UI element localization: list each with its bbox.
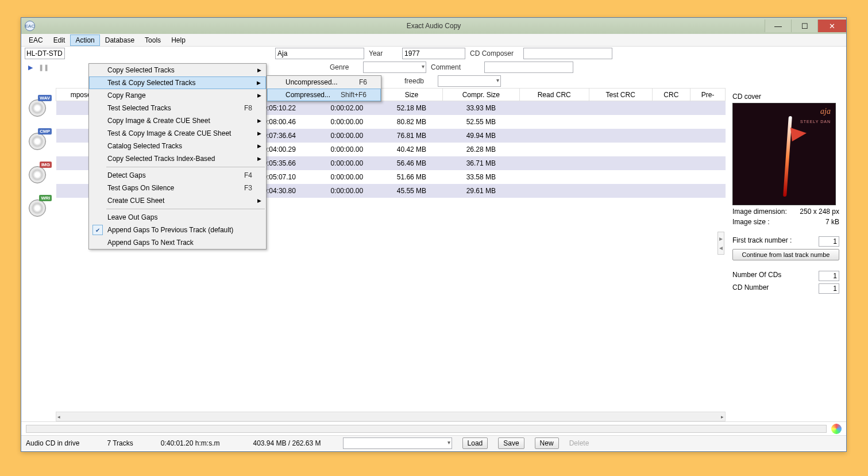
continue-numbering-button[interactable]: Continue from last track numbe xyxy=(732,249,839,260)
year-label: Year xyxy=(369,49,398,57)
column-header[interactable]: Compr. Size xyxy=(442,89,519,101)
genre-combo[interactable] xyxy=(363,62,426,73)
image-dim-label: Image dimension: xyxy=(732,208,787,216)
status-drive: Audio CD in drive xyxy=(26,439,79,447)
menu-item[interactable]: Copy Selected Tracks▶ xyxy=(89,64,266,76)
progress-bar[interactable] xyxy=(26,425,827,433)
app-icon: EAC xyxy=(25,21,35,31)
status-size: 403.94 MB / 262.63 M xyxy=(253,439,321,447)
column-header[interactable]: CRC xyxy=(652,89,690,101)
cover-artist: STEELY DAN xyxy=(800,120,831,124)
sidebar-wri-icon[interactable]: WRI xyxy=(25,195,52,218)
status-tracks: 7 Tracks xyxy=(107,439,133,447)
status-bar: Audio CD in drive 7 Tracks 0:40:01.20 h:… xyxy=(21,435,846,450)
shortcut-label: F6 xyxy=(359,78,367,86)
genre-label: Genre xyxy=(330,63,358,71)
menu-item[interactable]: Uncompressed...F6 xyxy=(267,76,381,89)
window-title: Exact Audio Copy xyxy=(407,22,461,30)
menu-item[interactable]: Test & Copy Selected Tracks▶ xyxy=(89,76,266,89)
new-button[interactable]: New xyxy=(535,437,559,449)
menubar: EACEditActionDatabaseToolsHelp xyxy=(21,34,846,47)
menu-item[interactable]: Compressed...Shift+F6 xyxy=(267,89,381,101)
menu-item[interactable]: ✔Append Gaps To Previous Track (default) xyxy=(89,224,266,236)
horizontal-scrollbar[interactable] xyxy=(56,412,726,421)
maximize-button[interactable]: ☐ xyxy=(791,20,817,32)
cover-album-title: aja xyxy=(820,107,831,116)
column-header[interactable]: Pre- xyxy=(690,89,726,101)
app-window: EAC Exact Audio Copy — ☐ ✕ EACEditAction… xyxy=(21,17,847,452)
menu-item[interactable]: Leave Out Gaps xyxy=(89,211,266,224)
composer-label: CD Composer xyxy=(470,49,519,57)
sidebar-wav-icon[interactable]: WAV xyxy=(25,95,52,118)
minimize-button[interactable]: — xyxy=(765,20,791,32)
num-cds-input[interactable] xyxy=(819,271,839,281)
menu-database[interactable]: Database xyxy=(100,34,140,46)
load-button[interactable]: Load xyxy=(462,437,488,449)
submenu-arrow-icon: ▶ xyxy=(257,143,261,149)
drive-text: HL-DT-STD xyxy=(26,49,63,57)
menu-item[interactable]: Test Selected TracksF8 xyxy=(89,102,266,114)
cover-image: aja STEELY DAN xyxy=(732,103,836,205)
first-track-input[interactable] xyxy=(819,236,839,247)
comment-label: Comment xyxy=(431,63,480,71)
year-input[interactable] xyxy=(402,48,465,59)
menu-item[interactable]: Copy Image & Create CUE Sheet▶ xyxy=(89,114,266,127)
shortcut-label: F8 xyxy=(244,104,252,112)
sidebar-img-icon[interactable]: IMG xyxy=(25,162,52,185)
column-header[interactable]: Test CRC xyxy=(589,89,652,101)
image-size-value: 7 kB xyxy=(825,218,839,226)
delete-button[interactable]: Delete xyxy=(569,439,589,447)
status-time: 0:40:01.20 h:m:s.m xyxy=(161,439,220,447)
menu-eac[interactable]: EAC xyxy=(24,34,48,46)
num-cds-label: Number Of CDs xyxy=(732,271,781,281)
submenu-arrow-icon: ▶ xyxy=(257,118,261,124)
right-panel: ▸◂ CD cover aja STEELY DAN Image dimensi… xyxy=(726,88,846,421)
submenu-arrow-icon: ▶ xyxy=(257,67,261,73)
shortcut-label: F3 xyxy=(244,184,252,192)
menu-tools[interactable]: Tools xyxy=(140,34,166,46)
submenu-arrow-icon: ▶ xyxy=(257,80,261,86)
menu-item[interactable]: Detect GapsF4 xyxy=(89,169,266,182)
action-submenu-dropdown: Uncompressed...F6Compressed...Shift+F6 xyxy=(267,75,381,102)
menu-help[interactable]: Help xyxy=(166,34,191,46)
cover-label: CD cover xyxy=(732,93,839,101)
submenu-arrow-icon: ▶ xyxy=(257,130,261,136)
cd-num-input[interactable] xyxy=(819,283,839,294)
close-button[interactable]: ✕ xyxy=(817,20,846,32)
profile-combo[interactable] xyxy=(343,437,452,449)
composer-input[interactable] xyxy=(523,48,612,59)
menu-item[interactable]: Test & Copy Image & Create CUE Sheet▶ xyxy=(89,127,266,140)
first-track-label: First track number : xyxy=(732,236,792,247)
column-header[interactable]: Read CRC xyxy=(519,89,589,101)
left-sidebar: WAVCMPIMGWRI xyxy=(21,88,56,421)
comment-input[interactable] xyxy=(484,62,573,73)
menu-item[interactable]: Append Gaps To Next Track xyxy=(89,236,266,249)
activity-icon xyxy=(831,424,842,434)
menu-item[interactable]: Catalog Selected Tracks▶ xyxy=(89,140,266,152)
menu-edit[interactable]: Edit xyxy=(48,34,71,46)
freedb-label: freedb xyxy=(404,77,433,85)
menu-item[interactable]: Create CUE Sheet▶ xyxy=(89,194,266,207)
freedb-combo[interactable] xyxy=(438,75,501,87)
pause-icon[interactable]: ❚❚ xyxy=(38,64,49,71)
submenu-arrow-icon: ▶ xyxy=(257,198,261,204)
sidebar-cmp-icon[interactable]: CMP xyxy=(25,128,52,151)
check-icon: ✔ xyxy=(92,225,103,235)
column-header[interactable]: Size xyxy=(380,89,442,101)
image-size-label: Image size : xyxy=(732,218,770,226)
drive-selector[interactable]: HL-DT-STD xyxy=(25,48,65,59)
submenu-arrow-icon: ▶ xyxy=(257,156,261,162)
save-button[interactable]: Save xyxy=(498,437,524,449)
menu-item[interactable]: Test Gaps On SilenceF3 xyxy=(89,182,266,194)
action-menu-dropdown: Copy Selected Tracks▶Test & Copy Selecte… xyxy=(88,63,267,249)
menu-item[interactable]: Copy Selected Tracks Index-Based▶ xyxy=(89,152,266,165)
image-dim-value: 250 x 248 px xyxy=(800,208,839,216)
shortcut-label: Shift+F6 xyxy=(341,91,367,99)
play-icon[interactable]: ▶ xyxy=(28,64,33,71)
submenu-arrow-icon: ▶ xyxy=(257,93,261,98)
menu-action[interactable]: Action xyxy=(70,34,99,46)
album-title-input[interactable] xyxy=(275,48,364,59)
panel-collapse-handle[interactable]: ▸◂ xyxy=(717,232,724,255)
titlebar: EAC Exact Audio Copy — ☐ ✕ xyxy=(21,18,846,34)
menu-item[interactable]: Copy Range▶ xyxy=(89,89,266,102)
